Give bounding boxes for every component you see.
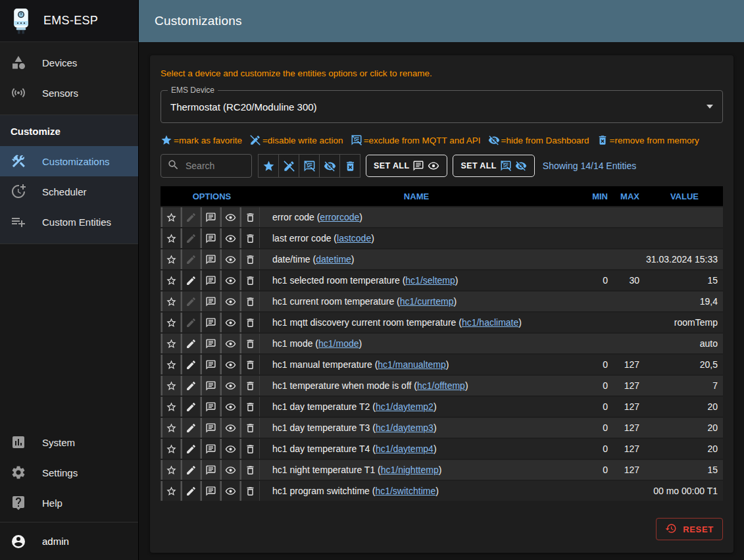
delete-option-button[interactable] (240, 355, 260, 374)
delete-option-button[interactable] (240, 228, 260, 248)
star-filter-button[interactable] (258, 154, 279, 178)
entity-shortname-link[interactable]: errorcode (320, 212, 359, 222)
sidebar-item-admin[interactable]: admin (0, 522, 138, 560)
entity-shortname-link[interactable]: datetime (316, 254, 351, 265)
entity-shortname-link[interactable]: hc1/daytemp4 (376, 444, 434, 454)
delete-option-button[interactable] (240, 397, 260, 417)
sidebar-item-system[interactable]: System (0, 427, 138, 457)
star-outline-option-button[interactable] (161, 460, 181, 480)
set-all-button-2[interactable]: SET ALL (453, 155, 534, 177)
star-outline-option-button[interactable] (161, 355, 181, 374)
search-box[interactable] (161, 154, 252, 178)
column-header-name[interactable]: NAME (263, 191, 570, 201)
comment-off-filter-button[interactable] (299, 154, 320, 178)
search-input[interactable] (184, 160, 245, 172)
delete-option-button[interactable] (240, 292, 260, 311)
delete-option-button[interactable] (240, 418, 260, 438)
eye-option-button[interactable] (220, 418, 240, 438)
star-outline-option-button[interactable] (161, 270, 181, 290)
comment-option-button[interactable] (201, 418, 220, 438)
entity-shortname-link[interactable]: hc1/nighttemp (381, 465, 439, 475)
delete-option-button[interactable] (240, 207, 260, 227)
ems-device-select[interactable]: EMS Device Thermostat (RC20/Moduline 300… (161, 90, 723, 123)
edit-option-button[interactable] (181, 376, 201, 395)
sidebar-item-devices[interactable]: Devices (0, 47, 138, 78)
comment-option-button[interactable] (201, 376, 220, 395)
comment-option-button[interactable] (201, 397, 220, 417)
column-header-options[interactable]: OPTIONS (161, 191, 263, 201)
star-outline-option-button[interactable] (161, 292, 181, 311)
reset-button[interactable]: RESET (656, 518, 723, 540)
entity-shortname-link[interactable]: hc1/mode (318, 338, 359, 349)
sidebar-item-scheduler[interactable]: Scheduler (0, 176, 138, 207)
delete-option-button[interactable] (240, 334, 260, 353)
sidebar-item-custom-entities[interactable]: Custom Entities (0, 207, 138, 237)
eye-option-button[interactable] (220, 439, 240, 459)
eye-option-button[interactable] (220, 334, 240, 353)
entity-shortname-link[interactable]: hc1/haclimate (462, 317, 518, 328)
entity-shortname-link[interactable]: hc1/offtemp (417, 380, 465, 391)
entity-shortname-link[interactable]: hc1/seltemp (405, 275, 455, 286)
edit-option-button[interactable] (181, 460, 201, 480)
edit-option-button[interactable] (181, 355, 201, 374)
edit-option-button[interactable] (181, 418, 201, 438)
sidebar-item-settings[interactable]: Settings (0, 457, 138, 488)
set-all-button-1[interactable]: SET ALL (366, 155, 447, 177)
eye-option-button[interactable] (220, 481, 240, 501)
comment-option-button[interactable] (201, 334, 220, 353)
entity-shortname-link[interactable]: hc1/switchtime (375, 486, 435, 496)
entity-shortname-link[interactable]: hc1/daytemp3 (376, 422, 434, 433)
comment-option-button[interactable] (201, 355, 220, 374)
delete-forever-filter-button[interactable] (339, 154, 360, 178)
star-outline-option-button[interactable] (161, 334, 181, 353)
sidebar-item-help[interactable]: Help (0, 488, 138, 518)
eye-option-button[interactable] (220, 397, 240, 417)
star-outline-option-button[interactable] (161, 313, 181, 332)
eye-option-button[interactable] (220, 270, 240, 290)
sidebar-item-customizations[interactable]: Customizations (0, 146, 138, 176)
star-outline-option-button[interactable] (161, 481, 181, 501)
star-outline-option-button[interactable] (161, 418, 181, 438)
entity-shortname-link[interactable]: hc1/daytemp2 (376, 401, 434, 412)
comment-option-button[interactable] (201, 207, 220, 227)
star-outline-option-button[interactable] (161, 207, 181, 227)
comment-option-button[interactable] (201, 313, 220, 332)
eye-option-button[interactable] (220, 376, 240, 395)
edit-option-button[interactable] (181, 439, 201, 459)
delete-option-button[interactable] (240, 481, 260, 501)
comment-option-button[interactable] (201, 481, 220, 501)
star-outline-option-button[interactable] (161, 249, 181, 269)
eye-option-button[interactable] (220, 228, 240, 248)
delete-option-button[interactable] (240, 270, 260, 290)
delete-option-button[interactable] (240, 439, 260, 459)
delete-option-button[interactable] (240, 313, 260, 332)
comment-option-button[interactable] (201, 249, 220, 269)
entity-shortname-link[interactable]: lastcode (337, 233, 371, 243)
comment-option-button[interactable] (201, 460, 220, 480)
eye-off-filter-button[interactable] (319, 154, 340, 178)
comment-option-button[interactable] (201, 228, 220, 248)
star-outline-option-button[interactable] (161, 439, 181, 459)
eye-option-button[interactable] (220, 355, 240, 374)
eye-option-button[interactable] (220, 249, 240, 269)
eye-option-button[interactable] (220, 207, 240, 227)
edit-option-button[interactable] (181, 397, 201, 417)
entity-shortname-link[interactable]: hc1/manualtemp (378, 359, 446, 370)
entity-shortname-link[interactable]: hc1/currtemp (400, 296, 454, 307)
comment-option-button[interactable] (201, 292, 220, 311)
comment-option-button[interactable] (201, 439, 220, 459)
comment-option-button[interactable] (201, 270, 220, 290)
edit-option-button[interactable] (181, 270, 201, 290)
eye-option-button[interactable] (220, 292, 240, 311)
edit-option-button[interactable] (181, 481, 201, 501)
edit-off-filter-button[interactable] (278, 154, 299, 178)
eye-option-button[interactable] (220, 313, 240, 332)
eye-option-button[interactable] (220, 460, 240, 480)
delete-option-button[interactable] (240, 376, 260, 395)
star-outline-option-button[interactable] (161, 376, 181, 395)
sidebar-item-sensors[interactable]: Sensors (0, 78, 138, 108)
delete-option-button[interactable] (240, 249, 260, 269)
delete-option-button[interactable] (240, 460, 260, 480)
star-outline-option-button[interactable] (161, 228, 181, 248)
edit-option-button[interactable] (181, 334, 201, 353)
